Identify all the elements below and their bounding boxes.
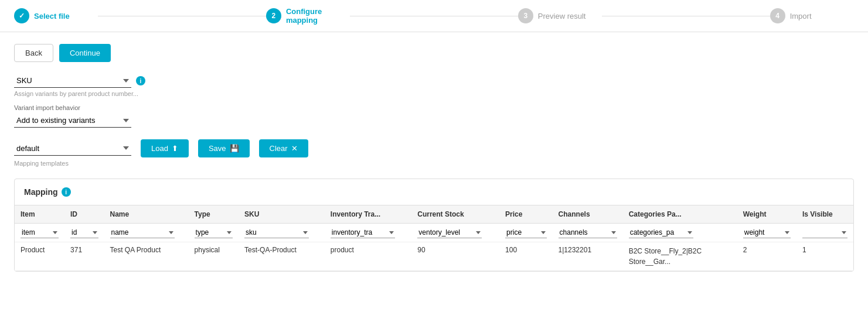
mapping-templates-label: Mapping templates: [14, 160, 854, 167]
col-dropdown-categories[interactable]: categories_pa: [629, 227, 693, 238]
col-price: Price: [499, 205, 552, 224]
sku-info-icon[interactable]: i: [136, 76, 145, 85]
sku-hint: Assign variants by parent product number…: [14, 90, 854, 97]
dropdown-cell-weight: weight: [737, 224, 796, 242]
step-2-label: Configure mapping: [286, 7, 350, 25]
cell-is-visible: 1: [796, 242, 853, 271]
step-1-label: Select file: [34, 12, 70, 20]
table-header-row: Item ID Name Type SKU Inventory Tra... C…: [15, 205, 853, 224]
step-separator-1: [98, 16, 266, 16]
col-is-visible: Is Visible: [796, 205, 853, 224]
col-dropdown-sku[interactable]: sku: [244, 227, 309, 238]
dropdown-cell-categories: categories_pa: [623, 224, 737, 242]
variant-behavior-wrap: Variant import behavior Add to existing …: [14, 104, 854, 128]
step-separator-3: [602, 16, 770, 16]
sku-row: SKU i: [14, 74, 854, 88]
col-current-stock: Current Stock: [411, 205, 499, 224]
step-3: 3 Preview result: [518, 8, 602, 23]
mapping-section: Mapping i Item ID Name Type SKU Inventor…: [14, 179, 854, 272]
cell-name: Test QA Product: [104, 242, 189, 271]
mapping-title: Mapping: [24, 187, 58, 197]
clear-button[interactable]: Clear ✕: [259, 139, 308, 157]
action-row: default Load ⬆ Save 💾 Clear ✕: [14, 139, 854, 157]
sku-dropdown[interactable]: SKU: [14, 74, 131, 88]
step-1: ✓ Select file: [14, 8, 98, 23]
save-button[interactable]: Save 💾: [198, 139, 250, 157]
col-item: Item: [15, 205, 64, 224]
dropdown-cell-name: name: [104, 224, 189, 242]
dropdown-cell-item: item: [15, 224, 64, 242]
dropdown-cell-channels: channels: [553, 224, 623, 242]
col-dropdown-inv-level[interactable]: ventory_level: [417, 227, 482, 238]
dropdown-row: item id name type sku inventor: [15, 224, 853, 242]
step-3-label: Preview result: [538, 12, 586, 20]
col-dropdown-id[interactable]: id: [70, 227, 98, 238]
mapping-header: Mapping i: [15, 179, 853, 205]
cell-type: physical: [189, 242, 239, 271]
step-2: 2 Configure mapping: [266, 7, 350, 25]
dropdown-cell-price: price: [499, 224, 552, 242]
cell-current-stock: 90: [411, 242, 499, 271]
col-name: Name: [104, 205, 189, 224]
save-icon: 💾: [230, 144, 239, 153]
cell-sku: Test-QA-Product: [239, 242, 325, 271]
stepper: ✓ Select file 2 Configure mapping 3 Prev…: [0, 0, 868, 32]
variant-behavior-label: Variant import behavior: [14, 104, 854, 111]
col-categories-pa: Categories Pa...: [623, 205, 737, 224]
col-dropdown-name[interactable]: name: [110, 227, 175, 238]
col-id: ID: [64, 205, 104, 224]
col-dropdown-item[interactable]: item: [21, 227, 59, 238]
cell-id: 371: [64, 242, 104, 271]
col-channels: Channels: [553, 205, 623, 224]
col-type: Type: [189, 205, 239, 224]
cell-price: 100: [499, 242, 552, 271]
variant-behavior-dropdown[interactable]: Add to existing variants: [14, 114, 131, 128]
continue-button[interactable]: Continue: [59, 44, 111, 62]
table-row: Product 371 Test QA Product physical Tes…: [15, 242, 853, 271]
col-dropdown-weight[interactable]: weight: [743, 227, 791, 238]
step-4-label: Import: [790, 12, 812, 20]
step-4: 4 Import: [770, 8, 854, 23]
col-inventory-tra: Inventory Tra...: [325, 205, 411, 224]
cell-inventory-tracking: product: [325, 242, 411, 271]
col-weight: Weight: [737, 205, 796, 224]
step-2-circle: 2: [266, 8, 281, 23]
col-dropdown-type[interactable]: type: [195, 227, 233, 238]
col-sku: SKU: [239, 205, 325, 224]
dropdown-cell-inv-tra: inventory_tra: [325, 224, 411, 242]
cell-item: Product: [15, 242, 64, 271]
step-1-circle: ✓: [14, 8, 29, 23]
cell-categories: B2C Store__Fly_2|B2CStore__Gar...: [623, 242, 737, 271]
load-button[interactable]: Load ⬆: [141, 139, 189, 157]
load-icon: ⬆: [172, 144, 178, 153]
clear-icon: ✕: [291, 144, 298, 153]
template-select[interactable]: default: [14, 142, 131, 156]
col-dropdown-price[interactable]: price: [505, 227, 546, 238]
step-4-circle: 4: [770, 8, 785, 23]
mapping-table: Item ID Name Type SKU Inventory Tra... C…: [15, 205, 853, 271]
template-select-wrap: default: [14, 142, 131, 156]
step-separator-2: [350, 16, 518, 16]
cell-channels: 1|1232201: [553, 242, 623, 271]
step-3-circle: 3: [518, 8, 533, 23]
mapping-info-icon[interactable]: i: [62, 187, 71, 197]
back-button[interactable]: Back: [14, 44, 53, 62]
col-dropdown-channels[interactable]: channels: [559, 227, 617, 238]
dropdown-cell-inv-level: ventory_level: [411, 224, 499, 242]
top-actions: Back Continue: [14, 44, 854, 62]
dropdown-cell-sku: sku: [239, 224, 325, 242]
main-content: Back Continue SKU i Assign variants by p…: [0, 32, 868, 283]
col-dropdown-inv-tra[interactable]: inventory_tra: [331, 227, 395, 238]
cell-weight: 2: [737, 242, 796, 271]
col-dropdown-is-visible[interactable]: [802, 227, 847, 238]
dropdown-cell-id: id: [64, 224, 104, 242]
dropdown-cell-type: type: [189, 224, 239, 242]
dropdown-cell-is-visible: [796, 224, 853, 242]
